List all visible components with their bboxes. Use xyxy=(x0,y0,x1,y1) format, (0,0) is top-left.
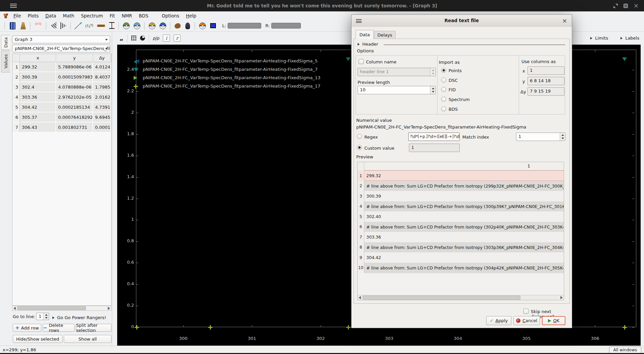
spinner-arrows[interactable] xyxy=(560,133,565,141)
custom-value-field[interactable]: 1 xyxy=(409,144,460,152)
preview-row[interactable]: 10# line above from: Sum LG+CD Prefactor… xyxy=(358,263,564,273)
table-row[interactable]: 3302.44.0780888e-061.7985551e-06 xyxy=(12,82,111,92)
table-row[interactable]: 7306.430.0018027310.00010016079 xyxy=(12,122,111,133)
table-horizontal-scrollbar[interactable] xyxy=(12,306,111,311)
close-icon[interactable]: × xyxy=(634,4,639,8)
tardis-icon[interactable] xyxy=(10,22,15,30)
menu-file[interactable]: File xyxy=(10,11,25,20)
cancel-button[interactable]: Cancel xyxy=(513,316,540,325)
pie-icon[interactable] xyxy=(140,36,145,41)
toolbar-handle[interactable] xyxy=(45,22,47,30)
table-row[interactable]: 4303.362.9762102e-052.016251e-05 xyxy=(12,92,111,102)
menu-spectrum[interactable]: Spectrum xyxy=(78,11,106,20)
sonic-screwdriver-icon[interactable] xyxy=(75,22,82,30)
preview-row[interactable]: 4# line above from: Sum LG+CD Prefactor … xyxy=(358,201,564,212)
sidebar-tab-data[interactable]: Data xyxy=(1,35,10,50)
preview-row[interactable]: 7303.36 xyxy=(358,232,564,242)
regex-field[interactable]: ?\d*[+p.]?\d+([eE][-+]?\d+)? xyxy=(408,133,460,141)
next-striped-triangle-icon[interactable] xyxy=(60,22,66,30)
quote-icon[interactable]: „ xyxy=(120,37,124,40)
dataset-select[interactable]: pNIPAM-CN0E_2H-FC_VarTemp-SpecDens_fitpa… xyxy=(12,45,110,52)
dy-column-field[interactable]: 7 9 15 19 xyxy=(527,87,564,96)
table-row[interactable]: 6305.370.000764182929.6945757e-05 xyxy=(12,112,111,122)
dalek-icon[interactable] xyxy=(20,22,26,30)
grid-icon[interactable] xyxy=(131,36,136,41)
sidebar-tab-values[interactable]: Values xyxy=(1,50,10,72)
menu-math[interactable]: Math xyxy=(59,11,78,20)
scroll-left-icon[interactable] xyxy=(359,296,361,299)
pokeball-green-icon[interactable] xyxy=(123,22,130,29)
pokeball-orange-icon[interactable] xyxy=(199,22,206,29)
question-marks-icon[interactable]: (?¿?) xyxy=(85,23,93,28)
goto-line-spinner[interactable]: 1 xyxy=(36,313,49,320)
toolbar-handle[interactable] xyxy=(118,22,120,30)
preview-row[interactable]: 9304.42 xyxy=(358,252,564,263)
import-as-radio-spectrum[interactable] xyxy=(441,97,446,102)
scroll-right-icon[interactable] xyxy=(108,307,110,310)
maximize-icon[interactable] xyxy=(624,4,628,8)
dialog-titlebar[interactable]: Read text file × xyxy=(352,15,572,27)
y-column-field[interactable]: 6 8 14 18 xyxy=(527,77,564,85)
preview-horizontal-scrollbar[interactable] xyxy=(358,295,564,300)
custom-value-radio[interactable] xyxy=(357,145,362,150)
toolbar-handle[interactable] xyxy=(4,22,6,30)
error-bar-icon[interactable] xyxy=(109,22,114,30)
ok-button[interactable]: OK xyxy=(542,316,565,325)
preview-row[interactable]: 5302.40 xyxy=(358,211,564,222)
restore-icon[interactable] xyxy=(613,4,618,8)
hide-show-selected-button[interactable]: Hide/Show selected xyxy=(13,335,62,343)
spinner-arrows[interactable] xyxy=(43,313,49,320)
scroll-left-icon[interactable] xyxy=(13,307,16,310)
dialog-close-icon[interactable]: × xyxy=(562,17,567,24)
import-as-radio-dsc[interactable] xyxy=(441,78,446,83)
menu-plots[interactable]: Plots xyxy=(25,11,42,20)
pokeball-gold-icon[interactable] xyxy=(149,22,155,29)
add-row-button[interactable]: + Add row xyxy=(13,324,41,332)
flute-icon[interactable] xyxy=(97,24,105,27)
preview-row[interactable]: 3300.39 xyxy=(358,191,564,201)
preview-length-spinner[interactable]: 10 xyxy=(358,86,436,94)
menu-bds[interactable]: BDS xyxy=(136,11,152,20)
preview-row[interactable]: 1299.32 xyxy=(358,170,564,181)
limits-expander[interactable]: Limits xyxy=(590,36,608,41)
split-after-selection-button[interactable]: Split after selection xyxy=(76,324,111,332)
scrollbar-thumb[interactable] xyxy=(17,306,86,310)
toolbar-handle[interactable] xyxy=(194,22,196,30)
menu-data[interactable]: Data xyxy=(42,11,59,20)
hamburger-menu-icon[interactable] xyxy=(10,4,17,8)
prev-checkered-triangle-icon[interactable] xyxy=(50,22,56,30)
x-column-field[interactable]: 1 xyxy=(527,66,564,75)
menu-options[interactable]: Options xyxy=(158,11,183,20)
all-windows-button[interactable]: All windows xyxy=(609,347,641,353)
pokeball-blue-icon[interactable] xyxy=(159,22,166,29)
spinner-arrows[interactable] xyxy=(430,86,435,94)
match-index-spinner[interactable]: 1 xyxy=(516,133,565,141)
right-field[interactable] xyxy=(271,23,301,29)
preview-row[interactable]: 8# line above from: Sum LG+CD Prefactor … xyxy=(358,242,564,253)
toolbar-handle[interactable] xyxy=(170,22,171,30)
scrollbar-thumb[interactable] xyxy=(363,296,520,300)
graph-select[interactable]: Graph 3 xyxy=(12,36,110,43)
import-as-radio-fid[interactable] xyxy=(441,87,446,92)
menu-help[interactable]: Help xyxy=(183,11,200,20)
column-name-checkbox[interactable] xyxy=(359,59,364,64)
labels-expander[interactable]: Labels xyxy=(620,36,639,41)
table-row[interactable]: 2300.390.000150979838.4037047e-05 xyxy=(12,72,111,82)
pokeball-cyan-icon[interactable] xyxy=(134,22,140,29)
apply-button[interactable]: ✓ Apply xyxy=(486,316,511,325)
formula-icon[interactable]: pʃp xyxy=(153,36,159,41)
toolbar-handle[interactable] xyxy=(144,22,145,30)
creature-dark-icon[interactable] xyxy=(185,22,190,29)
tab-delays[interactable]: Delays xyxy=(374,31,396,39)
import-as-radio-bds[interactable] xyxy=(441,106,446,111)
header-expander[interactable]: Header xyxy=(358,42,378,47)
toolbar-handle[interactable] xyxy=(30,22,31,30)
scroll-right-icon[interactable] xyxy=(560,296,563,299)
menu-nmr[interactable]: NMR xyxy=(118,11,135,20)
italic-r-toggle[interactable]: r xyxy=(174,35,181,42)
menu-fit[interactable]: Fit xyxy=(106,11,119,20)
italic-i-toggle[interactable]: i xyxy=(163,35,170,42)
spinner-arrows[interactable] xyxy=(430,68,435,76)
creature-brown-icon[interactable] xyxy=(175,23,181,29)
preview-row[interactable]: 2# line above from: Sum LG+CD Prefactor … xyxy=(358,181,564,191)
